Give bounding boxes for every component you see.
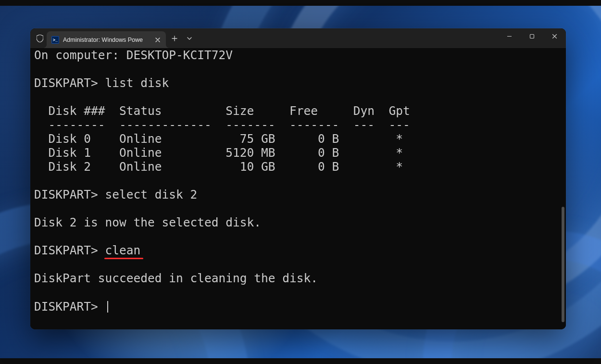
diskpart-prompt: DISKPART>: [34, 76, 105, 90]
svg-rect-0: [530, 34, 534, 38]
terminal-viewport[interactable]: On computer: DESKTOP-KCIT72V DISKPART> l…: [30, 48, 566, 329]
diskpart-prompt: DISKPART>: [34, 300, 105, 314]
msg-selected: Disk 2 is now the selected disk.: [34, 215, 261, 229]
disk-table-row: Disk 2 Online 10 GB 0 B *: [34, 160, 403, 174]
window-controls: [498, 28, 566, 48]
diskpart-prompt: DISKPART>: [34, 243, 105, 257]
titlebar-spacer[interactable]: [196, 28, 498, 48]
disk-table-header: Disk ### Status Size Free Dyn Gpt: [34, 104, 410, 118]
maximize-button[interactable]: [521, 28, 543, 44]
disk-table-row: Disk 0 Online 75 GB 0 B *: [34, 132, 403, 146]
tab-title: Administrator: Windows Powe: [63, 37, 150, 43]
cmd-select-disk: select disk 2: [105, 188, 198, 201]
cmd-list-disk: list disk: [105, 76, 169, 90]
disk-table-divider: -------- ------------- ------- ------- -…: [34, 118, 410, 132]
tab-close-button[interactable]: [153, 36, 162, 44]
line-on-computer: On computer: DESKTOP-KCIT72V: [34, 48, 233, 62]
disk-table-row: Disk 1 Online 5120 MB 0 B *: [34, 146, 403, 160]
text-cursor: [107, 301, 108, 313]
crop-edge: [0, 358, 601, 364]
cmd-clean: clean: [105, 243, 141, 257]
close-window-button[interactable]: [543, 28, 566, 44]
crop-edge: [0, 0, 601, 6]
titlebar[interactable]: >_ Administrator: Windows Powe: [30, 28, 566, 48]
terminal-text[interactable]: On computer: DESKTOP-KCIT72V DISKPART> l…: [34, 48, 559, 326]
diskpart-prompt: DISKPART>: [34, 188, 105, 201]
vertical-scrollbar-thumb[interactable]: [562, 207, 564, 322]
minimize-button[interactable]: [498, 28, 521, 44]
terminal-window: >_ Administrator: Windows Powe On: [30, 28, 566, 329]
tab-dropdown-button[interactable]: [183, 28, 196, 48]
tab-powershell-admin[interactable]: >_ Administrator: Windows Powe: [47, 31, 166, 48]
msg-cleaned: DiskPart succeeded in cleaning the disk.: [34, 271, 318, 285]
powershell-icon: >_: [51, 36, 59, 44]
